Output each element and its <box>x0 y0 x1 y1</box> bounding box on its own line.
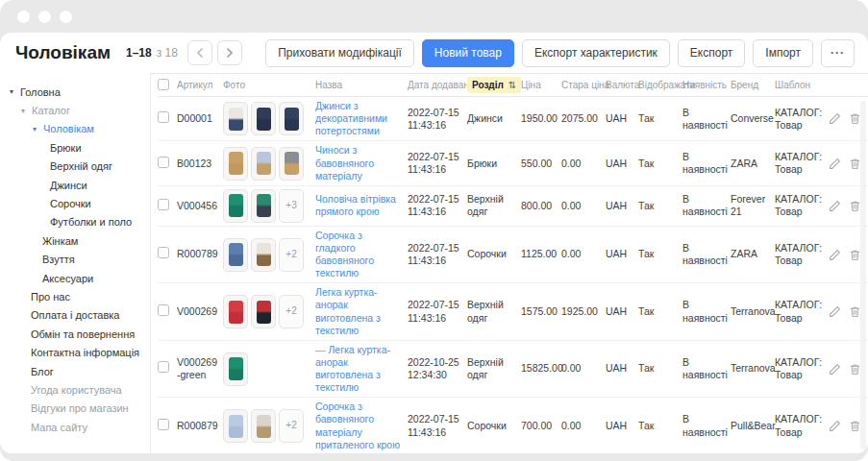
row-checkbox[interactable] <box>158 157 169 168</box>
product-link[interactable]: Чоловіча вітрівка прямого крою <box>315 193 396 217</box>
window-minimize-dot[interactable] <box>38 11 51 23</box>
more-photos-badge[interactable]: +3 <box>279 189 304 223</box>
photos-cell: +2 <box>223 409 315 443</box>
column-header-name[interactable]: Назва <box>315 80 408 90</box>
product-photo[interactable] <box>279 147 304 181</box>
product-photo[interactable] <box>251 102 276 135</box>
product-photo[interactable] <box>223 238 248 272</box>
sidebar-item-label: Взуття <box>42 254 75 265</box>
sidebar-item[interactable]: Контактна інформація <box>0 343 150 361</box>
sidebar-item-label: Сорочки <box>50 198 91 209</box>
row-checkbox[interactable] <box>158 199 169 210</box>
more-photos-badge[interactable]: +2 <box>279 409 304 443</box>
column-header-date[interactable]: Дата додавання <box>408 80 467 90</box>
sorted-column-chip[interactable]: Розділ ⇅ <box>467 77 521 93</box>
more-photos-badge[interactable]: +2 <box>279 295 304 328</box>
row-checkbox[interactable] <box>158 419 169 430</box>
sidebar-item[interactable]: Оплата і доставка <box>0 306 150 325</box>
product-photo[interactable] <box>223 409 248 443</box>
product-photo[interactable] <box>223 352 248 386</box>
sidebar-item[interactable]: Відгуки про магазин <box>0 400 150 418</box>
sidebar-item[interactable]: Обмін та повернення <box>0 325 150 343</box>
product-photo[interactable] <box>223 147 248 181</box>
select-all-checkbox[interactable] <box>158 79 169 90</box>
sidebar-item[interactable]: Аксесуари <box>0 269 150 287</box>
product-photo[interactable] <box>251 295 276 328</box>
garment-image <box>229 108 243 131</box>
new-product-button[interactable]: Новий товар <box>422 39 514 67</box>
product-photo[interactable] <box>251 189 276 223</box>
garment-image <box>257 194 271 217</box>
sidebar-item[interactable]: Блог <box>0 362 150 380</box>
column-header-brand[interactable]: Бренд <box>731 80 775 90</box>
edit-button[interactable] <box>829 158 841 170</box>
product-photo[interactable] <box>223 189 248 223</box>
row-checkbox[interactable] <box>158 304 169 316</box>
column-header-price[interactable]: Ціна <box>521 80 561 90</box>
sidebar-item-label: Каталог <box>32 105 70 116</box>
row-checkbox[interactable] <box>158 361 169 373</box>
hide-modifications-button[interactable]: Приховати модифікації <box>265 39 414 67</box>
column-header-currency[interactable]: Валюта <box>606 80 638 90</box>
scrollbar[interactable] <box>860 101 866 449</box>
sidebar-item[interactable]: Сорочки <box>0 194 150 212</box>
product-link[interactable]: Сорочка з гладкого бавовняного текстилю <box>315 230 374 279</box>
currency-cell: UAH <box>606 362 638 375</box>
sidebar-item[interactable]: Верхній одяг <box>0 158 150 176</box>
sidebar-item[interactable]: Взуття <box>0 251 150 269</box>
column-header-category[interactable]: Розділ ⇅ <box>467 77 521 93</box>
window-titlebar <box>0 0 868 33</box>
row-checkbox[interactable] <box>158 111 169 123</box>
sort-icon[interactable]: ⇅ <box>508 80 516 90</box>
column-header-article[interactable]: Артикул <box>177 80 223 90</box>
column-header-availability[interactable]: Наявність <box>682 80 731 90</box>
date-cell: 2022-07-1511:43:16 <box>408 151 467 176</box>
export-button[interactable]: Експорт <box>678 39 745 67</box>
sidebar-item[interactable]: ▾Чоловікам <box>0 120 150 138</box>
product-link[interactable]: Сорочка з бавовняного матеріалу притален… <box>315 400 400 449</box>
app-window: Чоловікам 1–18 з 18 Приховати модифікаці… <box>0 0 868 461</box>
product-photo[interactable] <box>251 409 276 443</box>
product-photo[interactable] <box>279 102 304 135</box>
product-link[interactable]: Джинси з декоративними потертостями <box>315 100 387 136</box>
export-characteristics-button[interactable]: Експорт характеристик <box>522 39 670 67</box>
product-photo[interactable] <box>223 102 248 135</box>
product-link[interactable]: Легка куртка-анорак виготовлена з тексти… <box>315 286 381 335</box>
window-close-dot[interactable] <box>17 11 30 23</box>
product-link[interactable]: Чиноси з бавовняного матеріалу <box>315 144 374 181</box>
product-photo[interactable] <box>251 147 276 181</box>
window-maximize-dot[interactable] <box>60 11 72 23</box>
category-cell: Верхній одяг <box>467 299 521 324</box>
prev-page-button[interactable] <box>187 40 212 65</box>
sidebar-item[interactable]: Про нас <box>0 287 150 305</box>
edit-button[interactable] <box>829 249 841 261</box>
sidebar-item[interactable]: Джинси <box>0 176 150 194</box>
sidebar-item[interactable]: Футболки и поло <box>0 213 150 231</box>
product-photo[interactable] <box>223 295 248 328</box>
column-header-template[interactable]: Шаблон <box>775 80 829 90</box>
sidebar-item[interactable]: Брюки <box>0 138 150 157</box>
more-photos-badge[interactable]: +2 <box>279 238 304 272</box>
edit-button[interactable] <box>829 305 841 318</box>
more-actions-button[interactable]: ··· <box>821 39 855 67</box>
sidebar-item-label: Блог <box>31 366 54 377</box>
sidebar-item[interactable]: Мапа сайту <box>0 418 150 436</box>
edit-button[interactable] <box>829 363 841 376</box>
category-cell: Джинси <box>467 112 521 125</box>
edit-button[interactable] <box>829 112 841 125</box>
sidebar-item[interactable]: ▾Каталог <box>0 101 150 119</box>
edit-button[interactable] <box>829 420 841 432</box>
sidebar-item[interactable]: ▾Головна <box>0 83 150 101</box>
column-header-display[interactable]: Відображати <box>638 80 682 90</box>
name-cell: Сорочка з гладкого бавовняного текстилю <box>315 230 408 280</box>
edit-button[interactable] <box>829 200 841 212</box>
next-page-button[interactable] <box>217 40 242 65</box>
row-checkbox[interactable] <box>158 247 169 258</box>
sidebar-item[interactable]: Жінкам <box>0 231 150 250</box>
column-header-old-price[interactable]: Стара ціна <box>561 80 606 90</box>
sidebar-item[interactable]: Угода користувача <box>0 380 150 399</box>
product-photo[interactable] <box>251 238 276 272</box>
photos-cell: +3 <box>223 189 315 223</box>
import-button[interactable]: Імпорт <box>753 39 813 67</box>
category-cell: Верхній одяг <box>467 356 521 381</box>
